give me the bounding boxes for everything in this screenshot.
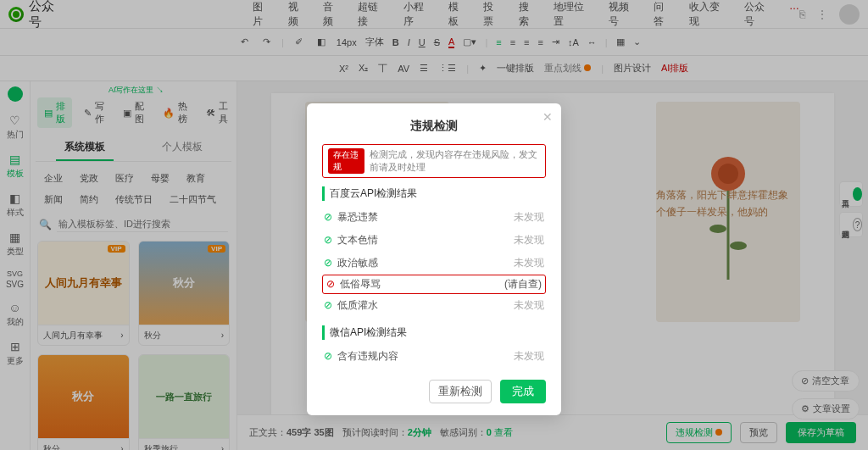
ok-icon: ⊘ [324, 234, 332, 246]
modal-title: 违规检测 [322, 119, 546, 134]
ok-icon: ⊘ [324, 257, 332, 269]
check-row: ⊘含有违规内容未发现 [322, 345, 546, 368]
check-row-highlight: ⊘低俗辱骂(请自查) [322, 275, 546, 294]
modal-mask: ✕ 违规检测 存在违规 检测完成，发现内容存在违规风险，发文前请及时处理 百度云… [0, 0, 868, 450]
wechat-section-head: 微信API检测结果 [322, 325, 546, 340]
done-button[interactable]: 完成 [500, 380, 546, 403]
modal-footer: 重新检测 完成 [322, 380, 546, 403]
check-row: ⊘文本色情未发现 [322, 229, 546, 252]
violation-tag: 存在违规 [328, 148, 364, 174]
ok-icon: ⊘ [324, 350, 332, 362]
banner-text: 检测完成，发现内容存在违规风险，发文前请及时处理 [370, 148, 540, 174]
ok-icon: ⊘ [324, 211, 332, 223]
check-row: ⊘低质灌水未发现 [322, 294, 546, 317]
check-row: ⊘政治敏感未发现 [322, 252, 546, 275]
violation-modal: ✕ 违规检测 存在违规 检测完成，发现内容存在违规风险，发文前请及时处理 百度云… [307, 103, 561, 415]
ok-icon: ⊘ [324, 299, 332, 311]
check-row: ⊘暴恐违禁未发现 [322, 206, 546, 229]
baidu-section-head: 百度云API检测结果 [322, 186, 546, 201]
warn-icon: ⊘ [326, 278, 335, 290]
status-banner: 存在违规 检测完成，发现内容存在违规风险，发文前请及时处理 [322, 144, 546, 178]
close-icon[interactable]: ✕ [542, 110, 553, 124]
recheck-button[interactable]: 重新检测 [429, 380, 492, 403]
